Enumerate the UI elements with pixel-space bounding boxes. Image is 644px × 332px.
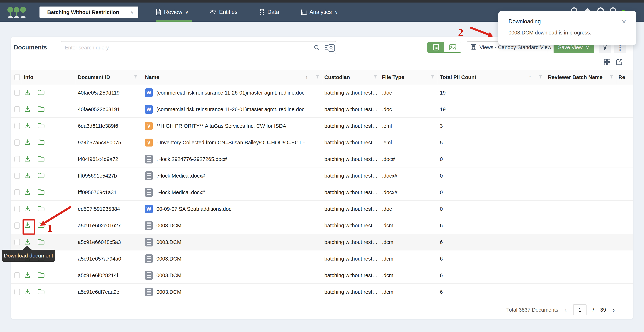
custodian-cell: batching without rest… bbox=[324, 189, 378, 195]
document-name-cell[interactable]: 0003.DCM bbox=[156, 223, 182, 228]
next-page-button[interactable]: › bbox=[612, 305, 615, 314]
filter-funnel-icon[interactable] bbox=[538, 75, 543, 80]
document-name-cell[interactable]: 0003.DCM bbox=[156, 239, 182, 245]
table-row[interactable]: a5c91e66048c5a3 0003.DCM batching withou… bbox=[11, 234, 633, 250]
table-row[interactable]: a5c91e657a794a0 0003.DCM batching withou… bbox=[11, 250, 633, 267]
folder-icon[interactable] bbox=[38, 155, 45, 163]
document-name-cell[interactable]: 0003.DCM bbox=[156, 289, 182, 295]
document-name-cell[interactable]: **HIGH PRIORITY** AltaGas Services Inc. … bbox=[156, 123, 286, 129]
search-input[interactable] bbox=[61, 45, 314, 51]
download-document-icon[interactable] bbox=[24, 238, 31, 246]
folder-icon[interactable] bbox=[38, 89, 45, 97]
folder-icon[interactable] bbox=[38, 238, 45, 246]
download-document-icon[interactable] bbox=[24, 205, 31, 213]
download-document-icon[interactable] bbox=[24, 155, 31, 163]
row-checkbox[interactable] bbox=[14, 173, 20, 179]
page-number-input[interactable]: 1 bbox=[573, 304, 586, 315]
filter-funnel-icon[interactable] bbox=[431, 75, 435, 80]
table-row[interactable]: fff0956769c1a31 .~lock.Medical.docx# bat… bbox=[11, 184, 633, 201]
table-row[interactable]: 40fae0522b63191 W (commercial risk reins… bbox=[11, 101, 633, 118]
image-view-toggle[interactable] bbox=[444, 42, 461, 52]
document-name-cell[interactable]: 0003.DCM bbox=[156, 272, 182, 278]
filter-funnel-icon[interactable] bbox=[373, 75, 377, 80]
document-name-cell[interactable]: (commercial risk reinsurance 11-26-01)ma… bbox=[156, 90, 304, 96]
tab-analytics[interactable]: Analytics ∨ bbox=[301, 3, 338, 22]
row-checkbox[interactable] bbox=[14, 289, 20, 295]
col-header-name[interactable]: Name bbox=[145, 74, 159, 80]
folder-icon[interactable] bbox=[38, 172, 45, 180]
col-header-reviewer-batch-name[interactable]: Reviewer Batch Name bbox=[548, 74, 602, 80]
table-row[interactable]: a5c91e602c01627 0003.DCM batching withou… bbox=[11, 217, 633, 234]
select-all-checkbox[interactable] bbox=[14, 74, 20, 80]
close-icon[interactable]: ✕ bbox=[622, 19, 626, 25]
table-row[interactable]: a5c91e6f028214f 0003.DCM batching withou… bbox=[11, 267, 633, 284]
row-checkbox[interactable] bbox=[14, 139, 20, 146]
download-document-icon[interactable] bbox=[24, 89, 31, 97]
document-name-cell[interactable]: (commercial risk reinsurance 11-26-01)ma… bbox=[156, 106, 304, 112]
col-header-document-id[interactable]: Document ID bbox=[78, 74, 110, 80]
column-settings-button[interactable] bbox=[603, 58, 611, 66]
folder-icon[interactable] bbox=[38, 106, 45, 113]
download-document-icon[interactable] bbox=[24, 105, 31, 113]
table-row[interactable]: f404f961c4d9a72 .~lock.2924776-2927265.d… bbox=[11, 151, 633, 168]
file-type-cell: .dcm bbox=[382, 239, 393, 245]
filter-funnel-icon[interactable] bbox=[315, 75, 320, 80]
col-header-re[interactable]: Re bbox=[618, 74, 625, 80]
download-document-icon[interactable] bbox=[24, 271, 31, 279]
table-row[interactable]: 40fae05a259d119 W (commercial risk reins… bbox=[11, 84, 633, 101]
row-checkbox[interactable] bbox=[14, 156, 20, 162]
filter-funnel-icon[interactable] bbox=[134, 75, 138, 80]
upload-arrow-icon[interactable] bbox=[584, 8, 590, 11]
tab-review[interactable]: Review ∨ bbox=[156, 3, 188, 22]
document-name-cell[interactable]: .~lock.Medical.docx# bbox=[156, 173, 205, 179]
document-name-cell[interactable]: - Inventory Collected from CN=Susan Bail… bbox=[156, 139, 305, 145]
col-header-file-type[interactable]: File Type bbox=[382, 74, 404, 80]
folder-icon[interactable] bbox=[38, 122, 45, 130]
table-row[interactable]: ed507f591935384 W 00-09-07 SA Seab addit… bbox=[11, 201, 633, 217]
export-button[interactable] bbox=[615, 58, 624, 66]
table-row[interactable]: a5c91e6df7caa9c 0003.DCM batching withou… bbox=[11, 284, 633, 300]
document-name-cell[interactable]: .~lock.2924776-2927265.doc# bbox=[156, 156, 227, 162]
row-checkbox[interactable] bbox=[14, 189, 20, 195]
row-checkbox[interactable] bbox=[14, 90, 20, 96]
table-row[interactable]: fff095691e5427b .~lock.Medical.docx# bat… bbox=[11, 168, 633, 184]
table-row[interactable]: 9a4b57a5c450075 ∨ - Inventory Collected … bbox=[11, 134, 633, 151]
folder-icon[interactable] bbox=[38, 272, 45, 279]
document-name-cell[interactable]: 00-09-07 SA Seab additions.doc bbox=[156, 206, 231, 212]
prev-page-button[interactable]: ‹ bbox=[564, 305, 567, 314]
search-icon[interactable] bbox=[314, 45, 320, 51]
project-selector[interactable]: Batching Without Restriction ∨ bbox=[40, 7, 138, 18]
row-checkbox[interactable] bbox=[14, 272, 20, 278]
analytics-icon bbox=[301, 9, 307, 15]
custodian-cell: batching without rest… bbox=[324, 223, 378, 228]
document-name-cell[interactable]: .~lock.Medical.docx# bbox=[156, 189, 205, 195]
list-view-toggle[interactable] bbox=[428, 42, 444, 52]
folder-icon[interactable] bbox=[38, 189, 45, 196]
file-type-icon bbox=[145, 238, 152, 246]
custodian-cell: batching without rest… bbox=[324, 106, 378, 112]
document-name-cell[interactable]: 0003.DCM bbox=[156, 256, 182, 262]
file-type-cell: .docx# bbox=[382, 189, 397, 195]
tab-entities[interactable]: Entities bbox=[210, 3, 238, 22]
table-row[interactable]: 6da3d611fe389f6 ∨ **HIGH PRIORITY** Alta… bbox=[11, 118, 633, 134]
sort-asc-icon[interactable]: ↑ bbox=[305, 74, 308, 80]
download-document-icon[interactable] bbox=[24, 122, 31, 130]
row-checkbox[interactable] bbox=[14, 106, 20, 112]
col-header-custodian[interactable]: Custodian bbox=[324, 74, 350, 80]
sort-asc-icon[interactable]: ↑ bbox=[529, 74, 532, 80]
tab-data[interactable]: Data bbox=[259, 3, 279, 22]
row-checkbox[interactable] bbox=[14, 206, 20, 212]
download-document-icon[interactable] bbox=[24, 172, 31, 180]
folder-icon[interactable] bbox=[38, 288, 45, 296]
row-checkbox[interactable] bbox=[14, 239, 20, 245]
folder-icon[interactable] bbox=[38, 139, 45, 146]
advanced-search-button[interactable] bbox=[328, 44, 335, 52]
row-checkbox[interactable] bbox=[14, 223, 20, 229]
filter-funnel-icon[interactable] bbox=[610, 75, 614, 80]
chevron-down-icon: ∨ bbox=[130, 9, 134, 15]
download-document-icon[interactable] bbox=[24, 188, 31, 196]
col-header-total-pii-count[interactable]: Total PII Count bbox=[440, 74, 476, 80]
download-document-icon[interactable] bbox=[24, 138, 31, 146]
row-checkbox[interactable] bbox=[14, 123, 20, 129]
download-document-icon[interactable] bbox=[24, 288, 31, 296]
